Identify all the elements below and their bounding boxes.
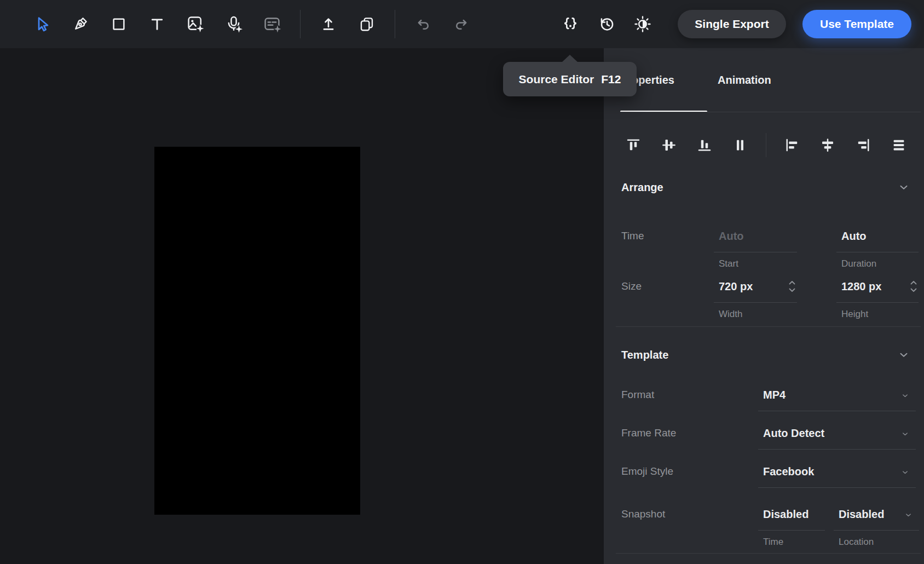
align-bottom-button[interactable] — [695, 135, 714, 155]
rectangle-tool-button[interactable] — [107, 12, 131, 36]
field-underline — [758, 530, 825, 531]
pen-icon — [72, 16, 89, 32]
format-select[interactable]: MP4 — [758, 387, 916, 403]
align-left-icon — [784, 137, 800, 153]
toolbar-divider — [395, 10, 395, 38]
template-section-header[interactable]: Template — [621, 347, 910, 362]
ai-captions-tool-button[interactable] — [260, 12, 284, 36]
redo-button[interactable] — [449, 12, 473, 36]
history-clock-icon — [598, 15, 615, 33]
snapshot-time-field: Disabled Time — [758, 506, 825, 548]
version-history-button[interactable] — [594, 12, 619, 36]
toolbar-right-group: Single Export Use Template — [558, 10, 911, 38]
emoji-style-row-label: Emoji Style — [621, 463, 673, 480]
select-tool-button[interactable] — [30, 12, 54, 36]
text-icon — [149, 16, 165, 32]
video-artboard[interactable] — [154, 147, 360, 515]
size-width-input[interactable]: 720 px — [714, 278, 797, 295]
single-export-button[interactable]: Single Export — [678, 10, 786, 38]
undo-button[interactable] — [411, 12, 435, 36]
snapshot-time-sublabel: Time — [758, 537, 825, 548]
field-underline — [834, 530, 919, 531]
rectangle-icon — [111, 16, 127, 32]
format-value: MP4 — [763, 389, 786, 401]
distribute-horizontal-icon — [732, 137, 748, 153]
align-top-icon — [625, 137, 642, 153]
size-height-input[interactable]: 1280 px — [836, 278, 919, 295]
duplicate-icon — [359, 16, 375, 32]
arrange-section-header[interactable]: Arrange — [621, 180, 910, 195]
section-divider — [616, 326, 921, 327]
source-editor-tooltip: Source Editor F12 — [503, 62, 637, 96]
canvas-workspace[interactable] — [0, 48, 604, 564]
panel-tabs: Properties Animation — [620, 48, 771, 112]
template-title: Template — [621, 349, 668, 361]
align-right-button[interactable] — [853, 135, 873, 155]
frame-rate-select[interactable]: Auto Detect — [758, 425, 916, 441]
duplicate-button[interactable] — [355, 12, 379, 36]
format-dropdown: MP4 — [758, 387, 916, 411]
captions-sparkle-icon — [263, 15, 281, 33]
chevron-down-icon — [901, 468, 909, 476]
time-start-input[interactable]: Auto — [714, 228, 797, 244]
frame-rate-value: Auto Detect — [763, 427, 824, 440]
stepper-up-icon — [788, 280, 796, 285]
chevron-down-icon — [901, 392, 909, 400]
time-duration-sublabel: Duration — [836, 258, 919, 269]
snapshot-location-select[interactable]: Disabled — [834, 506, 919, 522]
align-horizontal-center-button[interactable] — [818, 135, 838, 155]
align-top-button[interactable] — [623, 135, 643, 155]
use-template-button[interactable]: Use Template — [802, 10, 911, 38]
emoji-style-value: Facebook — [763, 465, 814, 478]
frame-rate-row-label: Frame Rate — [621, 425, 676, 441]
width-stepper[interactable] — [788, 278, 796, 295]
pen-tool-button[interactable] — [68, 12, 93, 36]
size-height-sublabel: Height — [836, 309, 919, 320]
arrange-title: Arrange — [621, 181, 663, 194]
theme-toggle-button[interactable] — [631, 12, 655, 36]
align-vertical-center-icon — [661, 137, 677, 153]
height-stepper[interactable] — [910, 278, 917, 295]
align-left-button[interactable] — [782, 135, 802, 155]
upload-icon — [320, 16, 337, 32]
stepper-down-icon — [910, 287, 917, 292]
time-duration-field: Auto Duration — [836, 228, 919, 269]
toolbar-divider — [300, 10, 301, 38]
distribute-vertical-icon — [891, 137, 907, 153]
text-tool-button[interactable] — [145, 12, 169, 36]
upload-button[interactable] — [316, 12, 340, 36]
align-bottom-icon — [696, 137, 713, 153]
stepper-down-icon — [788, 287, 796, 292]
time-start-sublabel: Start — [714, 258, 797, 269]
frame-rate-dropdown: Auto Detect — [758, 425, 916, 450]
distribute-vertical-button[interactable] — [889, 135, 909, 155]
section-divider — [616, 553, 921, 554]
undo-icon — [415, 16, 431, 32]
snapshot-location-value: Disabled — [839, 508, 884, 521]
size-width-sublabel: Width — [714, 309, 797, 320]
tab-animation[interactable]: Animation — [718, 48, 771, 112]
ai-image-tool-button[interactable] — [183, 12, 207, 36]
field-underline — [758, 411, 916, 411]
distribute-horizontal-button[interactable] — [730, 135, 750, 155]
brightness-icon — [634, 15, 651, 33]
source-editor-button[interactable] — [558, 12, 582, 36]
field-underline — [714, 302, 797, 303]
code-braces-icon — [562, 15, 579, 33]
microphone-sparkle-icon — [224, 15, 243, 33]
snapshot-time-input[interactable]: Disabled — [758, 506, 825, 522]
time-duration-input[interactable]: Auto — [836, 228, 919, 244]
snapshot-location-sublabel: Location — [834, 537, 919, 548]
field-underline — [836, 252, 919, 252]
emoji-style-dropdown: Facebook — [758, 463, 916, 488]
emoji-style-select[interactable]: Facebook — [758, 463, 916, 480]
size-height-field: 1280 px Height — [836, 278, 919, 320]
ai-voice-tool-button[interactable] — [222, 12, 246, 36]
redo-icon — [453, 16, 470, 32]
field-underline — [836, 302, 919, 303]
align-vertical-center-button[interactable] — [659, 135, 679, 155]
image-sparkle-icon — [186, 15, 205, 33]
tabs-divider — [620, 112, 921, 112]
align-right-icon — [855, 137, 871, 153]
snapshot-location-dropdown: Disabled Location — [834, 506, 919, 548]
